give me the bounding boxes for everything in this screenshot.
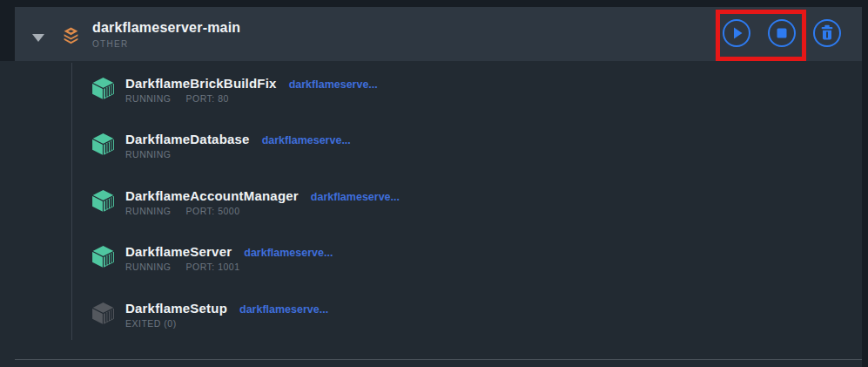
- container-icon: [91, 189, 116, 213]
- delete-button[interactable]: [812, 18, 842, 48]
- container-row[interactable]: DarkflameServer darkflameserve... RUNNIN…: [91, 244, 333, 272]
- container-icon: [91, 133, 116, 156]
- tree-connector-line: [71, 63, 72, 340]
- container-icon: [91, 77, 116, 100]
- stack-title: darkflameserver-main: [92, 20, 240, 36]
- container-name: DarkflameAccountManager: [125, 188, 299, 203]
- stack-link[interactable]: darkflameserve...: [244, 247, 333, 259]
- container-row[interactable]: DarkflameDatabase darkflameserve... RUNN…: [91, 132, 351, 160]
- start-button[interactable]: [722, 18, 751, 48]
- containers-view: darkflameserver-main OTHER: [0, 0, 868, 367]
- container-name: DarkflameBrickBuildFix: [125, 76, 277, 91]
- stack-link[interactable]: darkflameserve...: [311, 191, 400, 203]
- stack-header-row[interactable]: darkflameserver-main OTHER: [15, 7, 862, 61]
- chevron-down-icon[interactable]: [32, 34, 44, 42]
- container-row[interactable]: DarkflameBrickBuildFix darkflameserve...…: [91, 76, 378, 104]
- container-row-text: DarkflameBrickBuildFix darkflameserve...…: [125, 76, 378, 104]
- container-row-text: DarkflameDatabase darkflameserve... RUNN…: [125, 132, 351, 160]
- stop-icon: [767, 18, 797, 48]
- stack-icon: [62, 24, 80, 45]
- stack-actions: [722, 18, 842, 48]
- container-status: RUNNING: [125, 262, 172, 272]
- container-status: RUNNING: [125, 149, 172, 160]
- container-name: DarkflameServer: [125, 244, 232, 259]
- stop-button[interactable]: [767, 18, 797, 48]
- container-port: PORT: 5000: [186, 206, 240, 216]
- container-port: PORT: 1001: [186, 262, 240, 272]
- bottom-divider: [15, 359, 862, 360]
- stack-link[interactable]: darkflameserve...: [239, 303, 328, 316]
- container-row[interactable]: DarkflameAccountManager darkflameserve..…: [91, 188, 400, 216]
- container-row-text: DarkflameAccountManager darkflameserve..…: [125, 188, 400, 216]
- container-icon: [91, 245, 116, 268]
- container-row[interactable]: DarkflameSetup darkflameserve... EXITED …: [91, 301, 328, 329]
- play-icon: [722, 18, 751, 48]
- trash-icon: [812, 18, 842, 48]
- container-icon: [91, 302, 116, 325]
- container-status: EXITED (0): [125, 318, 177, 329]
- stack-link[interactable]: darkflameserve...: [262, 134, 351, 146]
- container-status: RUNNING: [125, 206, 172, 216]
- container-port: PORT: 80: [186, 93, 229, 104]
- stack-link[interactable]: darkflameserve...: [289, 78, 378, 91]
- container-status: RUNNING: [125, 93, 172, 104]
- container-name: DarkflameDatabase: [125, 132, 250, 146]
- stack-type-label: OTHER: [92, 39, 240, 49]
- stack-header-text: darkflameserver-main OTHER: [92, 20, 240, 49]
- container-row-text: DarkflameSetup darkflameserve... EXITED …: [125, 301, 328, 329]
- container-row-text: DarkflameServer darkflameserve... RUNNIN…: [125, 244, 333, 272]
- container-name: DarkflameSetup: [125, 301, 227, 316]
